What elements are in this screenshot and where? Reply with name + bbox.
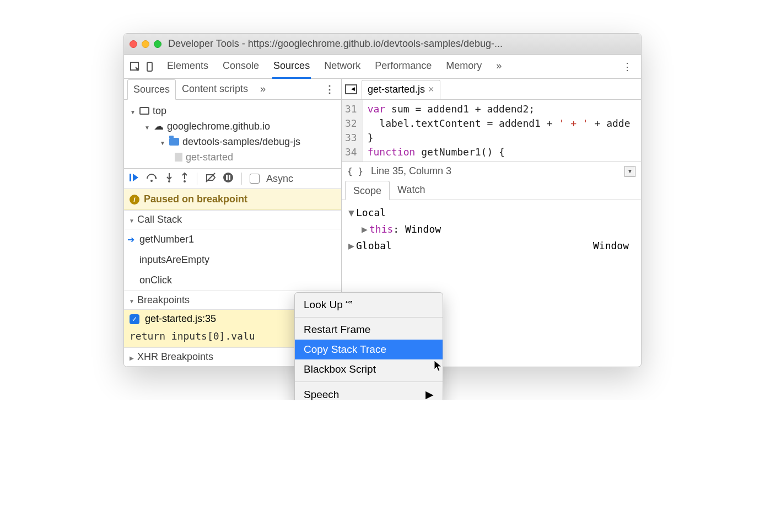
async-label: Async (266, 173, 293, 185)
subtabs-overflow[interactable]: » (254, 79, 272, 99)
tab-sources[interactable]: Sources (272, 55, 311, 79)
subtabs-kebab-icon[interactable]: ⋮ (318, 83, 341, 95)
tab-scope[interactable]: Scope (345, 181, 390, 200)
window-controls (130, 40, 161, 48)
pause-message-text: Paused on breakpoint (144, 194, 247, 205)
scope-body: ▼Local ▶this: Window ▶GlobalWindow (342, 200, 641, 259)
editor-statusbar: { } Line 35, Column 3 ▼ (342, 162, 641, 180)
zoom-window-button[interactable] (154, 40, 161, 48)
code-editor[interactable]: 31323334 var sum = addend1 + addend2; la… (342, 100, 641, 162)
resume-icon[interactable] (128, 172, 139, 186)
deactivate-breakpoints-icon[interactable] (205, 172, 216, 186)
svg-rect-2 (130, 174, 131, 181)
subtab-content-scripts[interactable]: Content scripts (176, 79, 254, 99)
breakpoint-label: get-started.js:35 (145, 313, 216, 325)
tree-top[interactable]: top (124, 103, 341, 119)
call-stack-header[interactable]: Call Stack (124, 210, 341, 229)
context-menu: Look Up “” Restart Frame Copy Stack Trac… (294, 292, 443, 400)
menu-copy-stack-trace[interactable]: Copy Stack Trace (295, 340, 443, 359)
step-over-icon[interactable] (146, 172, 158, 186)
tab-performance[interactable]: Performance (374, 55, 433, 79)
gutter: 31323334 (342, 100, 363, 162)
scope-global-row[interactable]: ▶GlobalWindow (348, 238, 634, 254)
scope-tabs: Scope Watch (342, 180, 641, 200)
editor-tabs: get-started.js × (342, 79, 641, 100)
tabs-overflow[interactable]: » (495, 55, 503, 79)
tree-folder[interactable]: devtools-samples/debug-js (124, 134, 341, 149)
stack-frame-0[interactable]: ➔getNumber1 (124, 229, 341, 250)
device-toggle-icon[interactable] (143, 61, 158, 72)
file-icon (175, 153, 182, 162)
format-icon[interactable]: { } (347, 166, 363, 176)
tab-network[interactable]: Network (323, 55, 362, 79)
scope-this-row[interactable]: ▶this: Window (348, 221, 634, 238)
tree-file-label: get-started (186, 152, 233, 163)
statusbar-dropdown-icon[interactable]: ▼ (624, 166, 635, 177)
panel-tabs: Elements Console Sources Network Perform… (166, 55, 617, 79)
step-out-icon[interactable] (180, 172, 189, 186)
svg-rect-9 (229, 175, 230, 180)
file-tab-label: get-started.js (368, 84, 425, 95)
cursor-position: Line 35, Column 3 (371, 165, 451, 177)
tree-top-label: top (153, 105, 166, 117)
pause-message: i Paused on breakpoint (124, 189, 341, 210)
frame-icon (139, 107, 149, 115)
breakpoint-checkbox[interactable]: ✓ (130, 314, 139, 324)
svg-rect-8 (226, 175, 228, 180)
tree-folder-label: devtools-samples/debug-js (182, 136, 300, 148)
close-tab-icon[interactable]: × (428, 84, 434, 95)
subtab-sources[interactable]: Sources (127, 79, 176, 100)
svg-point-3 (150, 180, 153, 182)
menu-restart-frame[interactable]: Restart Frame (295, 320, 443, 340)
menu-speech[interactable]: Speech▶ (295, 384, 443, 400)
tab-memory[interactable]: Memory (445, 55, 483, 79)
inspect-icon[interactable] (127, 61, 143, 72)
scope-local-row[interactable]: ▼Local (348, 205, 634, 221)
kebab-menu-icon[interactable]: ⋮ (617, 61, 638, 73)
tab-watch[interactable]: Watch (390, 180, 433, 200)
async-checkbox[interactable] (250, 174, 260, 184)
window-title: Developer Tools - https://googlechrome.g… (168, 38, 503, 50)
code-body[interactable]: var sum = addend1 + addend2; label.textC… (363, 100, 635, 162)
tree-domain[interactable]: ☁googlechrome.github.io (124, 119, 341, 134)
folder-icon (169, 138, 179, 146)
cloud-icon: ☁ (154, 120, 164, 132)
sources-subtabs: Sources Content scripts » ⋮ (124, 79, 341, 100)
tab-elements[interactable]: Elements (166, 55, 209, 79)
file-tree: top ☁googlechrome.github.io devtools-sam… (124, 100, 341, 168)
pause-exceptions-icon[interactable] (223, 172, 234, 186)
svg-point-4 (168, 180, 170, 182)
tree-file[interactable]: get-started (124, 149, 341, 165)
tab-console[interactable]: Console (222, 55, 260, 79)
debugger-toolbar: Async (124, 168, 341, 189)
tree-domain-label: googlechrome.github.io (167, 121, 270, 132)
main-toolbar: Elements Console Sources Network Perform… (124, 55, 641, 79)
minimize-window-button[interactable] (142, 40, 149, 48)
stack-frame-1[interactable]: inputsAreEmpty (124, 250, 341, 270)
svg-rect-1 (147, 62, 152, 71)
step-into-icon[interactable] (165, 172, 174, 186)
mouse-cursor-icon (434, 360, 444, 375)
editor-file-tab[interactable]: get-started.js × (362, 80, 440, 99)
info-icon: i (130, 195, 139, 205)
menu-blackbox-script[interactable]: Blackbox Script (295, 359, 443, 379)
current-frame-arrow-icon: ➔ (127, 234, 134, 245)
submenu-arrow-icon: ▶ (425, 388, 434, 400)
menu-look-up[interactable]: Look Up “” (295, 295, 443, 315)
titlebar: Developer Tools - https://googlechrome.g… (124, 34, 641, 55)
navigator-toggle-icon[interactable] (345, 84, 357, 94)
stack-frame-2[interactable]: onClick (124, 270, 341, 291)
close-window-button[interactable] (130, 40, 137, 48)
svg-point-7 (223, 173, 233, 182)
svg-point-5 (184, 180, 186, 182)
